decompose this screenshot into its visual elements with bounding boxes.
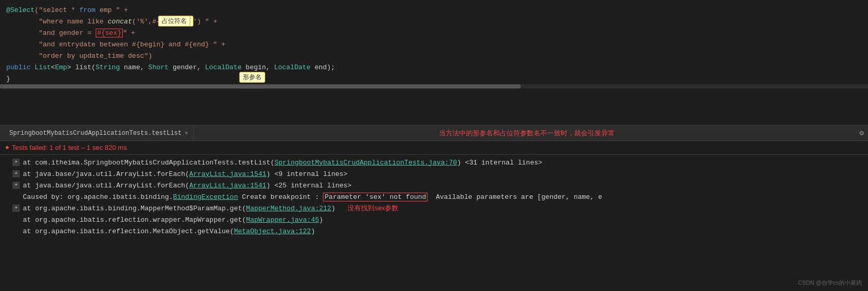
no-expand-spacer-7 — [12, 227, 20, 235]
code-token: " + — [123, 29, 135, 37]
stack-link-3[interactable]: ArrayList.java:1541 — [189, 182, 266, 189]
code-editor: @Select("select * from emp " + "where na… — [0, 0, 868, 125]
stack-suffix-6: ) — [319, 216, 323, 224]
code-line-4: "and entrydate between #{begin} and #{en… — [0, 39, 868, 50]
binding-exception-link[interactable]: BindingException — [173, 193, 238, 201]
test-status-text: Tests failed: 1 of 1 test – 1 sec 820 ms — [12, 144, 127, 151]
expand-icon-5[interactable]: + — [12, 205, 20, 212]
code-line-6: public List<Emp> list(String name, Short… — [0, 61, 868, 73]
expand-icon-2[interactable]: + — [12, 170, 20, 178]
expand-icon-3[interactable]: + — [12, 182, 20, 189]
code-token: > list( — [67, 64, 96, 71]
code-token: List — [35, 64, 51, 71]
code-token: ("select * — [35, 6, 80, 14]
code-token: end); — [310, 64, 335, 71]
code-token: begin, — [242, 64, 274, 71]
tab-label: SpringbootMybatisCrudApplicationTests.te… — [9, 130, 182, 137]
code-line-5: "order by update_time desc") — [0, 50, 868, 61]
error-status-icon: ● — [5, 144, 9, 151]
tab-test-list[interactable]: SpringbootMybatisCrudApplicationTests.te… — [4, 125, 194, 141]
stack-link-7[interactable]: MetaObject.java:122 — [234, 227, 311, 235]
stack-prefix-1: at com.itheima.SpringbootMybatisCrudAppl… — [23, 159, 275, 167]
bottom-panel: SpringbootMybatisCrudApplicationTests.te… — [0, 125, 868, 291]
stack-line-7: at org.apache.ibatis.reflection.MetaObje… — [0, 225, 868, 237]
stack-prefix-7: at org.apache.ibatis.reflection.MetaObje… — [23, 227, 234, 235]
stack-suffix-2: ) <9 internal lines> — [266, 170, 347, 178]
stack-line-3: + at java.base/java.util.ArrayList.forEa… — [0, 180, 868, 191]
horizontal-scrollbar[interactable] — [0, 84, 868, 88]
annotation-bubble-placeholder: 占位符名 — [158, 16, 190, 27]
stack-link-6[interactable]: MapWrapper.java:45 — [246, 216, 319, 224]
no-expand-spacer — [12, 193, 20, 201]
stack-prefix-6: at org.apache.ibatis.reflection.wrapper.… — [23, 216, 246, 224]
stack-line-caused-by: Caused by: org.apache.ibatis.binding.Bin… — [0, 191, 868, 203]
code-token-highlighted: #{sex} — [96, 29, 123, 37]
available-params-text: Available parameters are [gender, name, … — [427, 193, 602, 201]
code-token: "where name like — [6, 18, 108, 26]
stack-suffix-7: ) — [311, 227, 315, 235]
stack-link-1[interactable]: SpringbootMybatisCrudApplicationTests.ja… — [275, 159, 457, 167]
code-token: String — [96, 64, 120, 71]
code-token: @Select — [6, 6, 35, 14]
scrollbar-thumb[interactable] — [0, 84, 521, 88]
code-token: "and entrydate between #{begin} and #{en… — [6, 41, 225, 48]
code-line-1: @Select("select * from emp " + — [0, 4, 868, 16]
stack-suffix-1: ) <31 internal lines> — [457, 159, 542, 167]
code-token: Short — [148, 64, 169, 71]
code-token: LocalDate — [274, 64, 310, 71]
code-token: gender, — [169, 64, 205, 71]
parameter-not-found-box: Parameter 'sex' not found — [323, 193, 427, 201]
panel-warning-text: 当方法中的形参名和占位符参数名不一致时，就会引发异常 — [204, 129, 849, 138]
caused-by-prefix: Caused by: org.apache.ibatis.binding. — [23, 193, 173, 201]
code-token: name, — [120, 64, 148, 71]
stack-prefix-2: at java.base/java.util.ArrayList.forEach… — [23, 170, 189, 178]
code-token: from — [79, 6, 95, 14]
no-sex-param-annotation: 没有找到sex参数 — [347, 204, 398, 213]
stack-line-1: + at com.itheima.SpringbootMybatisCrudAp… — [0, 157, 868, 168]
code-token: < — [51, 64, 55, 71]
annotation-bubble-param: 形参名 — [239, 72, 265, 83]
code-brace: } — [0, 73, 868, 84]
panel-status-bar: ● Tests failed: 1 of 1 test – 1 sec 820 … — [0, 141, 868, 155]
tab-close-icon[interactable]: × — [185, 130, 188, 136]
stack-line-6: at org.apache.ibatis.reflection.wrapper.… — [0, 214, 868, 225]
code-token: "and gender = — [6, 29, 96, 37]
code-token: emp " + — [96, 6, 128, 14]
expand-icon-1[interactable]: + — [12, 159, 20, 166]
code-token: Emp — [55, 64, 67, 71]
stack-line-5: + at org.apache.ibatis.binding.MapperMet… — [0, 203, 868, 214]
brace-char: } — [6, 75, 10, 83]
code-line-3: "and gender = #{sex}" + 占位符名 占位符名 — [0, 27, 868, 39]
stack-prefix-5: at org.apache.ibatis.binding.MapperMetho… — [23, 205, 246, 212]
settings-icon[interactable]: ⚙ — [860, 129, 864, 137]
stack-trace-area: + at com.itheima.SpringbootMybatisCrudAp… — [0, 155, 868, 290]
stack-suffix-3: ) <25 internal lines> — [266, 182, 352, 189]
code-token: concat — [108, 18, 132, 26]
code-line-2: "where name like concat('%',#{name},'%')… — [0, 16, 868, 27]
stack-link-2[interactable]: ArrayList.java:1541 — [189, 170, 266, 178]
stack-prefix-3: at java.base/java.util.ArrayList.forEach… — [23, 182, 189, 189]
stack-suffix-5: ) — [331, 205, 347, 212]
stack-link-5[interactable]: MapperMethod.java:212 — [246, 205, 331, 212]
code-token: "order by update_time desc") — [6, 52, 152, 60]
create-breakpoint-text: Create breakpoint : — [238, 193, 323, 201]
no-expand-spacer-6 — [12, 216, 20, 224]
code-token: public — [6, 64, 35, 71]
stack-line-2: + at java.base/java.util.ArrayList.forEa… — [0, 168, 868, 180]
code-token: LocalDate — [205, 64, 241, 71]
panel-tabs: SpringbootMybatisCrudApplicationTests.te… — [0, 125, 868, 141]
csdn-watermark: CSDN @自学cs的小菜鸡 — [798, 279, 862, 287]
